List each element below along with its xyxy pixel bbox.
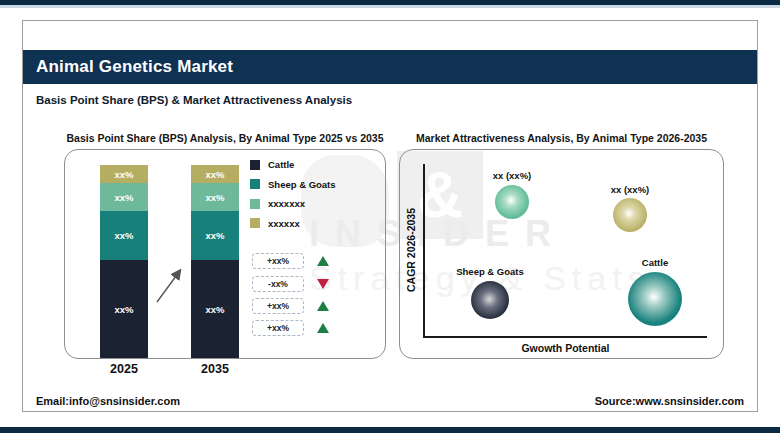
title-banner: Animal Genetics Market	[23, 50, 757, 84]
legend-item-sheep-goats: Sheep & Goats	[250, 179, 336, 190]
legend-label-cattle: Cattle	[268, 159, 294, 170]
top-accent-line	[0, 5, 780, 8]
bar-2025-segment-cattle: xx%	[100, 260, 148, 358]
bar-2035-segment-sheep-goats: xx%	[191, 211, 239, 260]
bar-2025-segment-sheep-goats: xx%	[100, 211, 148, 260]
legend-item-xxxxxxx: xxxxxxx	[250, 198, 336, 209]
legend-swatch-xxxxxx	[250, 218, 260, 228]
bps-change-badge: +xx%	[252, 320, 304, 336]
bps-annotation-row: +xx%	[252, 253, 329, 269]
bar-2035-segment-xxxxxx: xx%	[191, 165, 239, 183]
y-axis-label: CAGR 2026-2035	[405, 165, 421, 335]
stacked-bar-2025: xx% xx% xx% xx%	[100, 165, 148, 358]
attractiveness-chart-panel: CAGR 2026-2035 Gwowth Potential xx (xx%)…	[399, 149, 724, 359]
x-axis-line	[423, 336, 707, 338]
bps-change-badge: -xx%	[252, 276, 304, 292]
page-title: Animal Genetics Market	[36, 50, 757, 84]
bps-chart-panel: xx% xx% xx% xx% xx% xx% xx% xx%	[64, 149, 386, 359]
bar-2025-segment-xxxxxxx: xx%	[100, 183, 148, 211]
x-axis-label: Gwowth Potential	[424, 342, 707, 354]
trend-up-icon	[317, 301, 329, 311]
legend-swatch-cattle	[250, 160, 260, 170]
legend-label-sheep-goats: Sheep & Goats	[268, 179, 336, 190]
x-category-2035: 2035	[185, 362, 245, 376]
bubble-label: xx (xx%)	[493, 170, 532, 181]
growth-arrow-icon	[149, 260, 197, 312]
bubble-sheep-goats	[471, 281, 509, 319]
page-subtitle: Basis Point Share (BPS) & Market Attract…	[36, 94, 352, 106]
bps-annotation-row: -xx%	[252, 276, 329, 292]
bottom-navy-bar	[0, 427, 780, 433]
bubble-label: Sheep & Goats	[456, 266, 524, 277]
bubble-label: Cattle	[642, 257, 668, 268]
bubble-green	[495, 185, 529, 219]
report-card: & INSIDER Strategy & Stats Animal Geneti…	[22, 20, 758, 412]
bubble-cattle	[628, 272, 682, 326]
legend-label-xxxxxx: xxxxxx	[268, 218, 300, 229]
page: & INSIDER Strategy & Stats Animal Geneti…	[0, 0, 780, 433]
x-category-2025: 2025	[94, 362, 154, 376]
trend-up-icon	[317, 256, 329, 266]
legend-label-xxxxxxx: xxxxxxx	[268, 198, 305, 209]
attractiveness-chart-title: Market Attractiveness Analysis, By Anima…	[399, 132, 724, 144]
y-axis-line	[423, 164, 425, 337]
bubble-khaki	[613, 198, 647, 232]
bps-annotation-row: +xx%	[252, 298, 329, 314]
bps-change-badge: +xx%	[252, 253, 304, 269]
bps-chart-title: Basis Point Share (BPS) Analysis, By Ani…	[64, 132, 386, 144]
footer-source: Source:www.snsinsider.com	[595, 395, 744, 407]
legend-swatch-sheep-goats	[250, 179, 260, 189]
trend-up-icon	[317, 323, 329, 333]
bubble-label: xx (xx%)	[611, 184, 650, 195]
bps-change-badge: +xx%	[252, 298, 304, 314]
footer-email: Email:info@snsinsider.com	[36, 395, 180, 407]
bps-legend: Cattle Sheep & Goats xxxxxxx xxxxxx	[250, 159, 336, 237]
bar-2035-segment-xxxxxxx: xx%	[191, 183, 239, 211]
bar-2025-segment-xxxxxx: xx%	[100, 165, 148, 183]
trend-down-icon	[317, 279, 329, 289]
bar-2035-segment-cattle: xx%	[191, 260, 239, 358]
stacked-bar-2035: xx% xx% xx% xx%	[191, 165, 239, 358]
legend-item-xxxxxx: xxxxxx	[250, 218, 336, 229]
legend-item-cattle: Cattle	[250, 159, 336, 170]
bps-annotation-row: +xx%	[252, 320, 329, 336]
legend-swatch-xxxxxxx	[250, 199, 260, 209]
